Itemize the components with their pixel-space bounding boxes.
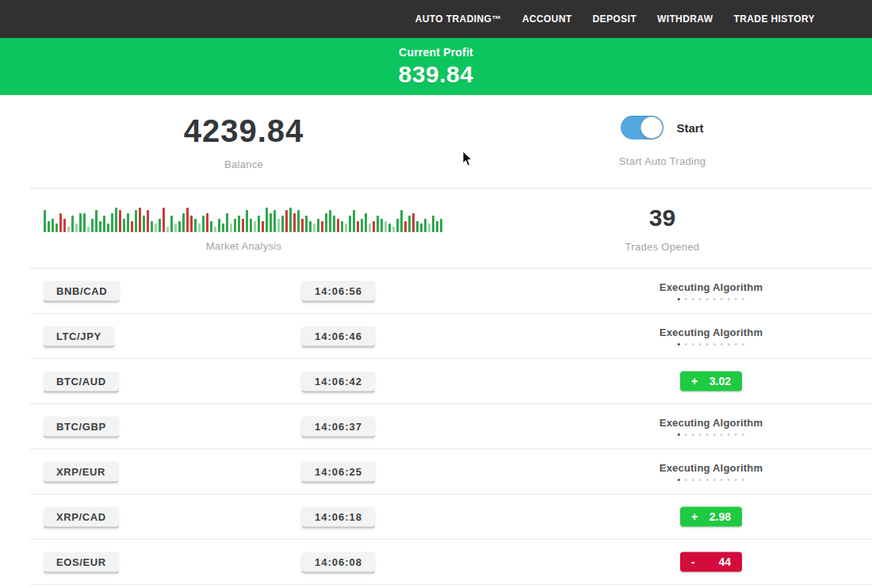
trade-status: Executing Algorithm [660, 462, 763, 481]
market-bar [329, 210, 331, 231]
progress-dot [692, 343, 694, 346]
market-bar [250, 219, 252, 232]
market-bar [166, 227, 169, 232]
market-bar [361, 219, 363, 232]
market-bar [301, 219, 304, 232]
market-bar [384, 221, 387, 232]
market-bar [147, 210, 149, 231]
market-bar [424, 219, 426, 232]
market-bar [123, 219, 125, 232]
progress-dot [706, 343, 709, 346]
progress-dot [678, 298, 680, 300]
market-bar [71, 216, 74, 231]
progress-dot [735, 298, 737, 300]
progress-dot [735, 343, 737, 346]
pair-badge: BTC/AUD [44, 371, 119, 391]
trade-row: BTC/GBP14:06:37Executing Algorithm [0, 403, 872, 449]
progress-dot [699, 298, 702, 300]
market-bar [246, 210, 248, 231]
market-bar [95, 210, 98, 231]
nav-item-trade-history[interactable]: TRADE HISTORY [733, 13, 815, 25]
profit-banner: Current Profit 839.84 [0, 38, 872, 95]
progress-dot [706, 433, 709, 436]
market-bar [55, 223, 58, 231]
market-bar [281, 216, 284, 231]
market-bar [285, 210, 288, 231]
trade-time: 14:06:46 [302, 326, 375, 346]
market-bar [270, 213, 272, 232]
market-bar [412, 213, 415, 232]
progress-dot [685, 298, 687, 300]
market-bar [127, 213, 129, 232]
progress-dot [706, 479, 709, 481]
market-bar [353, 210, 355, 231]
market-bar [388, 223, 391, 231]
auto-trading-toggle[interactable] [621, 116, 664, 139]
executing-label: Executing Algorithm [660, 417, 763, 429]
trade-row: BTC/AUD14:06:42+3.02 [0, 358, 872, 403]
market-bar [242, 219, 244, 232]
profit-banner-value: 839.84 [0, 61, 872, 88]
balance-label: Balance [224, 158, 263, 170]
market-bar [258, 216, 260, 231]
market-bar [273, 210, 276, 231]
market-bar [262, 221, 264, 232]
progress-dot [678, 433, 680, 436]
market-bar [59, 213, 62, 232]
market-bar [325, 213, 327, 232]
market-bar [297, 210, 300, 231]
progress-dot [742, 343, 744, 346]
trade-status: +3.02 [680, 371, 742, 391]
trade-time: 14:06:37 [302, 416, 375, 436]
progress-dot [678, 479, 680, 481]
progress-dot [692, 479, 694, 481]
market-bar [206, 213, 208, 232]
market-bar [400, 210, 403, 231]
nav-item-auto-trading[interactable]: AUTO TRADING™ [415, 13, 502, 25]
progress-dot [692, 433, 694, 436]
progress-dot [742, 298, 744, 300]
market-bar [44, 210, 46, 231]
result-value: 44 [718, 556, 731, 568]
market-bar [341, 221, 343, 232]
result-sign: + [691, 375, 698, 388]
market-bar [313, 223, 316, 231]
market-bar [349, 216, 351, 231]
nav-item-account[interactable]: ACCOUNT [522, 13, 572, 25]
result-sign: + [691, 510, 698, 523]
market-bar [198, 223, 201, 231]
market-bar [135, 210, 137, 231]
trade-time: 14:06:56 [302, 281, 375, 300]
market-bar [218, 219, 220, 232]
market-bar [115, 208, 117, 232]
market-bar [254, 221, 256, 232]
progress-dot [713, 479, 716, 481]
progress-dot [706, 298, 709, 300]
progress-dots [660, 433, 763, 436]
pair-badge: BNB/CAD [44, 281, 120, 300]
market-bar [75, 223, 78, 231]
executing-label: Executing Algorithm [660, 326, 763, 338]
pair-badge: LTC/JPY [44, 326, 114, 346]
market-bar [48, 221, 50, 232]
progress-dot [742, 433, 744, 436]
market-bar [337, 219, 339, 232]
nav-item-withdraw[interactable]: WITHDRAW [657, 13, 713, 25]
market-bar [333, 216, 335, 231]
progress-dot [692, 298, 694, 300]
pair-badge: XRP/EUR [44, 461, 118, 481]
trade-status: Executing Algorithm [660, 417, 763, 436]
progress-dot [728, 479, 730, 481]
market-bar [159, 219, 161, 232]
progress-dot [713, 343, 716, 346]
market-bar [186, 208, 189, 232]
market-bar [131, 221, 133, 232]
market-bar [416, 221, 419, 232]
market-bar [317, 219, 319, 232]
market-bar [428, 223, 430, 231]
market-bar [83, 213, 86, 232]
market-bar [155, 223, 157, 231]
nav-item-deposit[interactable]: DEPOSIT [592, 13, 636, 25]
market-bar [408, 216, 411, 231]
progress-dots [660, 298, 763, 300]
